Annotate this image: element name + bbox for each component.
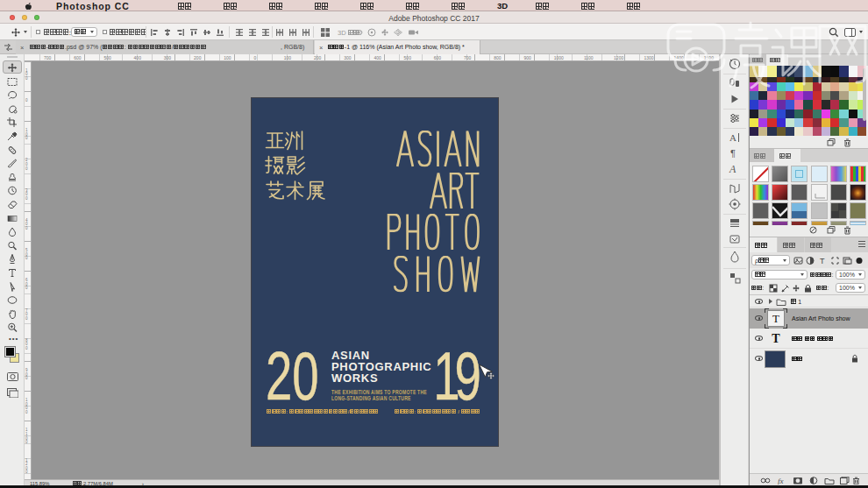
svg-text:A: A	[729, 163, 736, 175]
svg-text:A: A	[729, 132, 736, 143]
svg-text:T: T	[820, 257, 825, 265]
svg-text:fx: fx	[778, 477, 784, 484]
svg-text:¶: ¶	[730, 148, 736, 159]
